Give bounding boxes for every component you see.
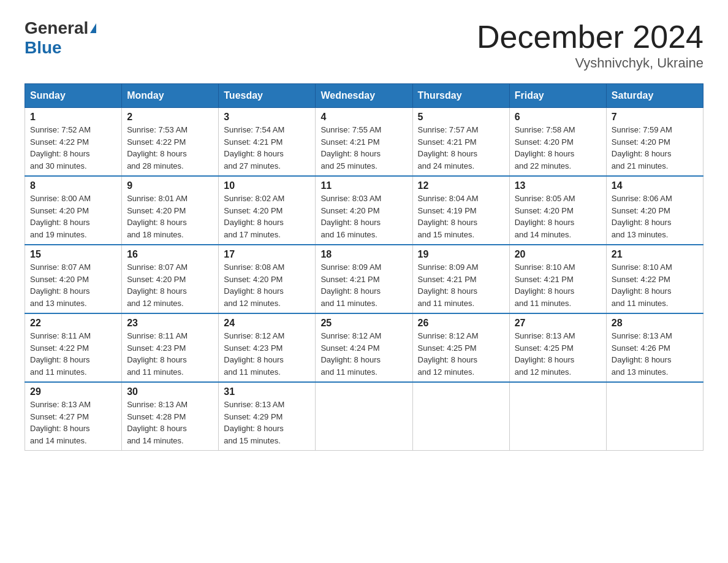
day-info: Sunrise: 8:08 AM Sunset: 4:20 PM Dayligh… bbox=[224, 262, 284, 308]
day-number: 16 bbox=[127, 249, 213, 260]
day-cell: 8Sunrise: 8:00 AM Sunset: 4:20 PM Daylig… bbox=[25, 176, 122, 245]
day-info: Sunrise: 8:06 AM Sunset: 4:20 PM Dayligh… bbox=[612, 194, 672, 239]
day-number: 22 bbox=[30, 318, 116, 329]
day-info: Sunrise: 8:13 AM Sunset: 4:25 PM Dayligh… bbox=[515, 331, 575, 377]
day-number: 12 bbox=[418, 180, 504, 191]
day-info: Sunrise: 8:12 AM Sunset: 4:23 PM Dayligh… bbox=[224, 331, 284, 377]
header-cell-wednesday: Wednesday bbox=[316, 84, 412, 108]
day-number: 17 bbox=[224, 249, 310, 260]
header-cell-tuesday: Tuesday bbox=[219, 84, 316, 108]
day-number: 29 bbox=[30, 386, 116, 397]
day-number: 23 bbox=[127, 318, 213, 329]
day-info: Sunrise: 8:13 AM Sunset: 4:27 PM Dayligh… bbox=[30, 400, 91, 445]
day-cell: 21Sunrise: 8:10 AM Sunset: 4:22 PM Dayli… bbox=[606, 245, 703, 313]
day-cell: 30Sunrise: 8:13 AM Sunset: 4:28 PM Dayli… bbox=[122, 382, 219, 451]
day-info: Sunrise: 8:12 AM Sunset: 4:24 PM Dayligh… bbox=[320, 331, 381, 377]
day-cell bbox=[606, 382, 703, 451]
calendar-title: December 2024 bbox=[477, 18, 703, 55]
day-number: 14 bbox=[612, 180, 698, 191]
header-cell-friday: Friday bbox=[509, 84, 606, 108]
day-cell: 16Sunrise: 8:07 AM Sunset: 4:20 PM Dayli… bbox=[122, 245, 219, 313]
day-cell: 9Sunrise: 8:01 AM Sunset: 4:20 PM Daylig… bbox=[122, 176, 219, 245]
day-info: Sunrise: 8:07 AM Sunset: 4:20 PM Dayligh… bbox=[127, 262, 188, 308]
logo-blue: Blue bbox=[25, 38, 62, 58]
day-info: Sunrise: 7:55 AM Sunset: 4:21 PM Dayligh… bbox=[320, 125, 381, 170]
calendar-subtitle: Vyshnivchyk, Ukraine bbox=[477, 55, 703, 71]
day-cell: 17Sunrise: 8:08 AM Sunset: 4:20 PM Dayli… bbox=[219, 245, 316, 313]
day-number: 20 bbox=[515, 249, 601, 260]
header-cell-monday: Monday bbox=[122, 84, 219, 108]
day-cell: 27Sunrise: 8:13 AM Sunset: 4:25 PM Dayli… bbox=[509, 313, 606, 382]
day-cell: 20Sunrise: 8:10 AM Sunset: 4:21 PM Dayli… bbox=[509, 245, 606, 313]
day-cell: 6Sunrise: 7:58 AM Sunset: 4:20 PM Daylig… bbox=[509, 108, 606, 177]
day-cell: 19Sunrise: 8:09 AM Sunset: 4:21 PM Dayli… bbox=[412, 245, 509, 313]
day-cell: 18Sunrise: 8:09 AM Sunset: 4:21 PM Dayli… bbox=[316, 245, 412, 313]
day-cell bbox=[412, 382, 509, 451]
day-info: Sunrise: 7:58 AM Sunset: 4:20 PM Dayligh… bbox=[515, 125, 575, 170]
logo: General Blue bbox=[25, 18, 96, 58]
logo-triangle-icon bbox=[90, 23, 96, 33]
day-cell: 25Sunrise: 8:12 AM Sunset: 4:24 PM Dayli… bbox=[316, 313, 412, 382]
day-cell: 5Sunrise: 7:57 AM Sunset: 4:21 PM Daylig… bbox=[412, 108, 509, 177]
day-cell: 29Sunrise: 8:13 AM Sunset: 4:27 PM Dayli… bbox=[25, 382, 122, 451]
day-cell: 12Sunrise: 8:04 AM Sunset: 4:19 PM Dayli… bbox=[412, 176, 509, 245]
header-cell-thursday: Thursday bbox=[412, 84, 509, 108]
day-cell: 3Sunrise: 7:54 AM Sunset: 4:21 PM Daylig… bbox=[219, 108, 316, 177]
day-number: 9 bbox=[127, 180, 213, 191]
day-cell: 14Sunrise: 8:06 AM Sunset: 4:20 PM Dayli… bbox=[606, 176, 703, 245]
day-number: 30 bbox=[127, 386, 213, 397]
day-number: 8 bbox=[30, 180, 116, 191]
day-number: 5 bbox=[418, 112, 504, 123]
day-info: Sunrise: 8:10 AM Sunset: 4:21 PM Dayligh… bbox=[515, 262, 575, 308]
day-info: Sunrise: 8:04 AM Sunset: 4:19 PM Dayligh… bbox=[418, 194, 479, 239]
day-info: Sunrise: 8:12 AM Sunset: 4:25 PM Dayligh… bbox=[418, 331, 479, 377]
day-info: Sunrise: 8:05 AM Sunset: 4:20 PM Dayligh… bbox=[515, 194, 575, 239]
day-info: Sunrise: 8:11 AM Sunset: 4:22 PM Dayligh… bbox=[30, 331, 91, 377]
day-info: Sunrise: 8:03 AM Sunset: 4:20 PM Dayligh… bbox=[320, 194, 381, 239]
day-info: Sunrise: 7:52 AM Sunset: 4:22 PM Dayligh… bbox=[30, 125, 91, 170]
day-number: 28 bbox=[612, 318, 698, 329]
day-number: 13 bbox=[515, 180, 601, 191]
day-cell: 7Sunrise: 7:59 AM Sunset: 4:20 PM Daylig… bbox=[606, 108, 703, 177]
header-cell-saturday: Saturday bbox=[606, 84, 703, 108]
day-number: 2 bbox=[127, 112, 213, 123]
day-cell: 10Sunrise: 8:02 AM Sunset: 4:20 PM Dayli… bbox=[219, 176, 316, 245]
day-cell: 2Sunrise: 7:53 AM Sunset: 4:22 PM Daylig… bbox=[122, 108, 219, 177]
logo-general: General bbox=[25, 18, 88, 38]
header-cell-sunday: Sunday bbox=[25, 84, 122, 108]
day-info: Sunrise: 8:09 AM Sunset: 4:21 PM Dayligh… bbox=[320, 262, 381, 308]
title-area: December 2024 Vyshnivchyk, Ukraine bbox=[477, 18, 703, 71]
day-number: 18 bbox=[320, 249, 407, 260]
day-cell: 13Sunrise: 8:05 AM Sunset: 4:20 PM Dayli… bbox=[509, 176, 606, 245]
calendar-table: SundayMondayTuesdayWednesdayThursdayFrid… bbox=[25, 83, 703, 451]
day-number: 26 bbox=[418, 318, 504, 329]
day-number: 1 bbox=[30, 112, 116, 123]
day-info: Sunrise: 8:01 AM Sunset: 4:20 PM Dayligh… bbox=[127, 194, 188, 239]
day-info: Sunrise: 8:00 AM Sunset: 4:20 PM Dayligh… bbox=[30, 194, 91, 239]
day-cell: 11Sunrise: 8:03 AM Sunset: 4:20 PM Dayli… bbox=[316, 176, 412, 245]
week-row-5: 29Sunrise: 8:13 AM Sunset: 4:27 PM Dayli… bbox=[25, 382, 703, 451]
day-number: 21 bbox=[612, 249, 698, 260]
day-info: Sunrise: 8:07 AM Sunset: 4:20 PM Dayligh… bbox=[30, 262, 91, 308]
day-number: 4 bbox=[320, 112, 407, 123]
day-number: 11 bbox=[320, 180, 407, 191]
day-cell: 22Sunrise: 8:11 AM Sunset: 4:22 PM Dayli… bbox=[25, 313, 122, 382]
day-cell: 31Sunrise: 8:13 AM Sunset: 4:29 PM Dayli… bbox=[219, 382, 316, 451]
week-row-1: 1Sunrise: 7:52 AM Sunset: 4:22 PM Daylig… bbox=[25, 108, 703, 177]
day-cell: 23Sunrise: 8:11 AM Sunset: 4:23 PM Dayli… bbox=[122, 313, 219, 382]
day-number: 15 bbox=[30, 249, 116, 260]
day-cell bbox=[316, 382, 412, 451]
day-info: Sunrise: 8:09 AM Sunset: 4:21 PM Dayligh… bbox=[418, 262, 479, 308]
day-number: 27 bbox=[515, 318, 601, 329]
day-info: Sunrise: 8:13 AM Sunset: 4:26 PM Dayligh… bbox=[612, 331, 672, 377]
day-number: 19 bbox=[418, 249, 504, 260]
day-cell: 15Sunrise: 8:07 AM Sunset: 4:20 PM Dayli… bbox=[25, 245, 122, 313]
day-info: Sunrise: 7:59 AM Sunset: 4:20 PM Dayligh… bbox=[612, 125, 672, 170]
day-number: 31 bbox=[224, 386, 310, 397]
day-info: Sunrise: 8:02 AM Sunset: 4:20 PM Dayligh… bbox=[224, 194, 284, 239]
day-number: 24 bbox=[224, 318, 310, 329]
week-row-3: 15Sunrise: 8:07 AM Sunset: 4:20 PM Dayli… bbox=[25, 245, 703, 313]
day-info: Sunrise: 8:13 AM Sunset: 4:28 PM Dayligh… bbox=[127, 400, 188, 445]
day-info: Sunrise: 7:54 AM Sunset: 4:21 PM Dayligh… bbox=[224, 125, 284, 170]
day-cell: 26Sunrise: 8:12 AM Sunset: 4:25 PM Dayli… bbox=[412, 313, 509, 382]
